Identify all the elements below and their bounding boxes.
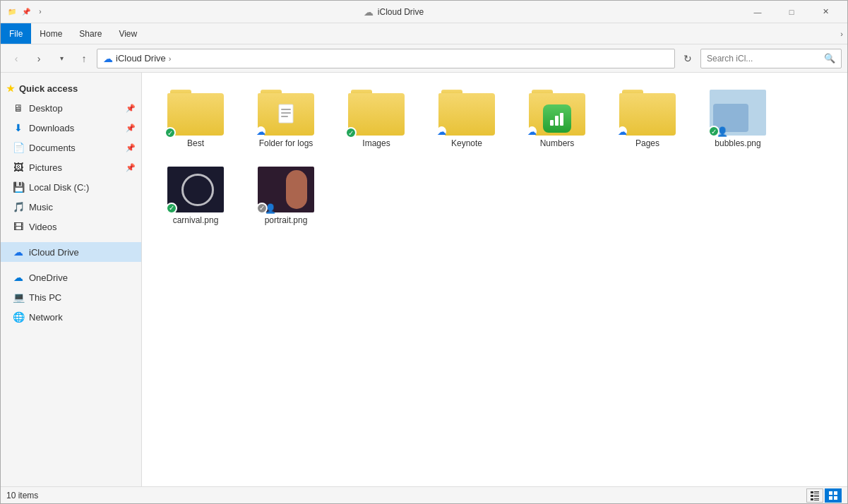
sidebar-item-local-disk[interactable]: 💾 Local Disk (C:) xyxy=(1,177,141,197)
sidebar-item-this-pc-label: This PC xyxy=(29,292,136,303)
svg-rect-9 xyxy=(814,493,819,493)
portrait-thumb-container: ✓ 👤 xyxy=(258,167,314,212)
quick-access-label: Quick access xyxy=(19,83,78,94)
carnival-label: carnival.png xyxy=(173,215,219,227)
best-status-badge: ✓ xyxy=(165,127,176,138)
up-button[interactable]: ↑ xyxy=(74,49,94,68)
svg-rect-2 xyxy=(281,112,291,114)
file-item-keynote[interactable]: ☁ Keynote xyxy=(424,84,509,155)
svg-rect-18 xyxy=(829,496,832,500)
sidebar-item-videos[interactable]: 🎞 Videos xyxy=(1,217,141,236)
minimize-button[interactable]: — xyxy=(741,1,774,23)
title-bar-icons: 📁 📌 › xyxy=(6,6,46,18)
portrait-cloud-badge: 👤 xyxy=(265,203,276,214)
pin-icon: 📌 xyxy=(126,104,136,113)
pin-icon-pics: 📌 xyxy=(126,163,136,172)
close-button[interactable]: ✕ xyxy=(809,1,842,23)
folder-logs-label: Folder for logs xyxy=(259,138,313,150)
window: 📁 📌 › ☁ iCloud Drive — □ ✕ File Home Sha… xyxy=(0,0,848,504)
icloud-drive-icon: ☁ xyxy=(12,246,25,258)
file-grid: ✓ Best xyxy=(153,84,836,232)
sidebar-item-music[interactable]: 🎵 Music xyxy=(1,197,141,217)
portrait-label: portrait.png xyxy=(265,215,308,227)
documents-icon: 📄 xyxy=(12,141,25,154)
svg-rect-3 xyxy=(281,116,288,117)
svg-rect-19 xyxy=(834,496,837,500)
images-folder-icon xyxy=(348,90,405,136)
back-button[interactable]: ‹ xyxy=(6,49,26,68)
file-item-bubbles[interactable]: ✓ 👤 bubbles.png xyxy=(695,84,780,155)
search-input[interactable] xyxy=(707,54,821,64)
search-box[interactable]: 🔍 xyxy=(700,49,842,68)
window-title-text: iCloud Drive xyxy=(378,7,424,17)
sidebar-item-onedrive[interactable]: ☁ OneDrive xyxy=(1,268,141,287)
bubbles-cloud-badge: 👤 xyxy=(717,126,728,137)
menu-view[interactable]: View xyxy=(110,23,145,44)
status-bar: 10 items xyxy=(1,486,847,503)
menu-file[interactable]: File xyxy=(1,23,31,44)
videos-icon: 🎞 xyxy=(12,220,25,233)
search-icon[interactable]: 🔍 xyxy=(824,53,835,64)
images-status-badge: ✓ xyxy=(345,127,357,138)
svg-rect-17 xyxy=(834,491,837,495)
sidebar-item-videos-label: Videos xyxy=(29,222,136,232)
images-folder-thumb: ✓ xyxy=(348,90,405,136)
music-icon: 🎵 xyxy=(12,200,25,213)
sidebar-divider-2 xyxy=(1,262,141,268)
numbers-label: Numbers xyxy=(540,138,575,150)
carnival-status-badge: ✓ xyxy=(166,203,177,214)
menu-share[interactable]: Share xyxy=(71,23,110,44)
sidebar-item-icloud-label: iCloud Drive xyxy=(29,247,136,258)
sidebar-item-pictures-label: Pictures xyxy=(29,162,121,173)
file-item-portrait[interactable]: ✓ 👤 portrait.png xyxy=(244,161,328,232)
sidebar-quick-access-header[interactable]: ★ Quick access xyxy=(1,78,141,98)
file-item-best[interactable]: ✓ Best xyxy=(153,84,238,155)
bubbles-thumb-container: ✓ 👤 xyxy=(710,90,766,136)
window-controls: — □ ✕ xyxy=(741,1,842,23)
svg-rect-1 xyxy=(281,109,291,110)
maximize-button[interactable]: □ xyxy=(775,1,808,23)
menu-expand-chevron[interactable]: › xyxy=(836,23,847,44)
sidebar-item-downloads[interactable]: ⬇ Downloads 📌 xyxy=(1,118,141,138)
file-item-numbers[interactable]: ☁ Numbers xyxy=(515,84,599,155)
downloads-icon: ⬇ xyxy=(12,121,25,134)
icloud-title-icon: ☁ xyxy=(364,6,374,18)
sidebar-item-documents[interactable]: 📄 Documents 📌 xyxy=(1,138,141,157)
folder-logs-cloud-badge: ☁ xyxy=(256,126,265,137)
sidebar-item-icloud-drive[interactable]: ☁ iCloud Drive xyxy=(1,242,141,262)
images-label: Images xyxy=(362,138,390,150)
pages-folder-icon xyxy=(619,90,676,136)
dropdown-button[interactable]: ▾ xyxy=(52,49,71,68)
svg-rect-16 xyxy=(829,491,832,495)
menu-home[interactable]: Home xyxy=(31,23,71,44)
pin-icon-docs: 📌 xyxy=(126,143,136,152)
refresh-button[interactable]: ↻ xyxy=(678,49,698,68)
pin-icon-downloads: 📌 xyxy=(126,124,136,133)
file-item-pages[interactable]: ☁ Pages xyxy=(605,84,690,155)
file-item-images[interactable]: ✓ Images xyxy=(334,84,419,155)
sidebar-item-pictures[interactable]: 🖼 Pictures 📌 xyxy=(1,157,141,177)
numbers-cloud-badge: ☁ xyxy=(527,126,537,137)
svg-rect-4 xyxy=(550,120,554,126)
address-path[interactable]: ☁ iCloud Drive › xyxy=(97,49,675,68)
folder-logs-thumb: ☁ xyxy=(258,90,314,136)
window-menu-icon: 📁 xyxy=(6,6,18,18)
sidebar-item-desktop[interactable]: 🖥 Desktop 📌 xyxy=(1,98,141,118)
large-icons-view-button[interactable] xyxy=(825,488,842,503)
keynote-folder-thumb: ☁ xyxy=(438,90,495,136)
sidebar-item-documents-label: Documents xyxy=(29,143,121,153)
forward-button[interactable]: › xyxy=(29,49,49,68)
sidebar-item-network[interactable]: 🌐 Network xyxy=(1,307,141,327)
numbers-app-overlay xyxy=(543,104,571,133)
file-item-folder-logs[interactable]: ☁ Folder for logs xyxy=(244,84,328,155)
best-folder-thumb: ✓ xyxy=(167,90,224,136)
file-item-carnival[interactable]: ✓ carnival.png xyxy=(153,161,238,232)
sidebar-item-onedrive-label: OneDrive xyxy=(29,272,136,283)
details-view-button[interactable] xyxy=(806,488,823,503)
main-area: ★ Quick access 🖥 Desktop 📌 ⬇ Downloads 📌… xyxy=(1,73,847,486)
large-icons-view-icon xyxy=(828,491,838,500)
view-controls xyxy=(806,488,842,503)
keynote-label: Keynote xyxy=(451,138,482,150)
path-separator: › xyxy=(169,54,172,63)
sidebar-item-this-pc[interactable]: 💻 This PC xyxy=(1,287,141,307)
